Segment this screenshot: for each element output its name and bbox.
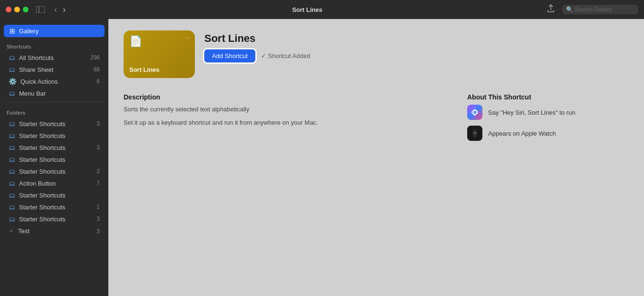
folder-icon: 🗂 xyxy=(9,144,15,151)
sidebar-item-starter-3[interactable]: 🗂 Starter Shortcuts 3 xyxy=(3,142,106,153)
shortcut-card-menu[interactable]: ··· xyxy=(185,34,190,41)
folders-section-label: Folders xyxy=(0,105,108,118)
sidebar-divider xyxy=(5,102,104,102)
navigation-buttons: ‹ › xyxy=(52,4,67,15)
folder-icon: 🗂 xyxy=(9,168,15,175)
search-box[interactable]: 🔍 Search Gallery xyxy=(562,5,638,14)
titlebar-actions: 🔍 Search Gallery xyxy=(547,4,638,15)
sidebar-item-label: Starter Shortcuts xyxy=(19,204,95,211)
shortcut-card-icon: 📄 xyxy=(129,35,142,48)
sidebar-item-starter-2[interactable]: 🗂 Starter Shortcuts xyxy=(3,130,106,141)
sidebar-item-label: Starter Shortcuts xyxy=(19,216,95,223)
about-column: About This Shortcut xyxy=(467,93,629,147)
sidebar-item-label: Starter Shortcuts xyxy=(19,168,95,175)
app-body: ⊞ Gallery Shortcuts 🗂 All Shortcuts 296 … xyxy=(0,19,644,296)
sidebar-item-starter-6[interactable]: 🗂 Starter Shortcuts xyxy=(3,189,106,201)
svg-rect-0 xyxy=(36,6,45,13)
svg-rect-7 xyxy=(473,136,476,137)
minimize-button[interactable] xyxy=(14,7,20,12)
close-button[interactable] xyxy=(6,7,11,12)
sidebar-item-starter-8[interactable]: 🗂 Starter Shortcuts 3 xyxy=(3,213,106,225)
sidebar-item-all-shortcuts[interactable]: 🗂 All Shortcuts 296 xyxy=(3,52,106,63)
sidebar-item-starter-1[interactable]: 🗂 Starter Shortcuts 3 xyxy=(3,118,106,129)
sidebar-item-count: 88 xyxy=(94,66,100,73)
shortcut-title: Sort Lines xyxy=(204,32,310,45)
search-icon: 🔍 xyxy=(566,6,573,13)
sidebar-item-label: All Shortcuts xyxy=(19,54,88,61)
sidebar-item-label: Starter Shortcuts xyxy=(19,132,100,139)
folder-icon: 🗂 xyxy=(9,156,15,163)
about-item-watch: Appears on Apple Watch xyxy=(467,126,629,141)
shortcut-header: 📄 ··· Sort Lines Sort Lines Add Shortcut… xyxy=(124,30,629,78)
sidebar: ⊞ Gallery Shortcuts 🗂 All Shortcuts 296 … xyxy=(0,19,108,296)
folder-icon: 🗂 xyxy=(9,215,15,223)
sidebar-item-starter-5[interactable]: 🗂 Starter Shortcuts 2 xyxy=(3,166,106,177)
sidebar-item-label: Action Button xyxy=(19,180,95,187)
folder-icon: 🗂 xyxy=(9,203,15,211)
sidebar-item-starter-4[interactable]: 🗂 Starter Shortcuts xyxy=(3,154,106,165)
sidebar-item-label: Test xyxy=(18,227,95,235)
sidebar-item-label: Menu Bar xyxy=(19,90,100,97)
share-button[interactable] xyxy=(547,4,555,15)
sidebar-item-count: 3 xyxy=(96,120,100,127)
sidebar-item-count: 296 xyxy=(90,54,100,61)
watch-icon xyxy=(467,126,482,141)
add-shortcut-button[interactable]: Add Shortcut xyxy=(204,49,255,62)
details-section: Description Sorts the currently selected… xyxy=(124,93,629,147)
svg-rect-6 xyxy=(473,129,476,131)
sidebar-item-label: Starter Shortcuts xyxy=(19,144,95,151)
sidebar-item-count: 3 xyxy=(96,216,100,222)
window-title: Sort Lines xyxy=(71,6,543,13)
sidebar-item-count: 7 xyxy=(96,180,100,187)
gear-icon: ⚙️ xyxy=(9,78,17,85)
about-watch-text: Appears on Apple Watch xyxy=(488,130,556,137)
shortcuts-section-label: Shortcuts xyxy=(0,39,108,51)
shortcut-info: Sort Lines Add Shortcut ✓ Shortcut Added xyxy=(204,30,310,62)
sidebar-item-count: 3 xyxy=(96,228,100,235)
sidebar-item-menu-bar[interactable]: 🗂 Menu Bar xyxy=(3,88,106,99)
folder-icon: 🗂 xyxy=(9,54,15,61)
sidebar-item-share-sheet[interactable]: 🗂 Share Sheet 88 xyxy=(3,64,106,75)
add-shortcut-row: Add Shortcut ✓ Shortcut Added xyxy=(204,49,310,62)
sidebar-item-label: Share Sheet xyxy=(19,66,92,73)
gallery-button[interactable]: ⊞ Gallery xyxy=(4,25,105,37)
description-text-1: Sorts the currently selected text alphab… xyxy=(124,105,444,114)
sidebar-item-label: Starter Shortcuts xyxy=(19,192,100,199)
about-item-siri: Say "Hey Siri, Sort Lines" to run xyxy=(467,105,629,120)
about-heading: About This Shortcut xyxy=(467,93,629,101)
search-placeholder: Search Gallery xyxy=(575,6,612,13)
shortcut-card: 📄 ··· Sort Lines xyxy=(124,30,195,78)
titlebar: ‹ › Sort Lines 🔍 Search Gallery xyxy=(0,0,644,19)
main-content: 📄 ··· Sort Lines Sort Lines Add Shortcut… xyxy=(108,19,644,296)
shortcut-card-label: Sort Lines xyxy=(129,66,160,73)
back-button[interactable]: ‹ xyxy=(52,4,59,15)
sidebar-item-test[interactable]: ＋ Test 3 xyxy=(3,225,106,237)
sidebar-item-count: 3 xyxy=(96,144,100,151)
description-heading: Description xyxy=(124,93,444,101)
sidebar-toggle-button[interactable] xyxy=(36,6,45,13)
folder-icon: 🗂 xyxy=(9,132,15,139)
sidebar-item-label: Starter Shortcuts xyxy=(19,120,95,128)
sidebar-item-count: 2 xyxy=(96,168,100,175)
description-column: Description Sorts the currently selected… xyxy=(124,93,444,147)
gallery-icon: ⊞ xyxy=(10,27,15,35)
sidebar-item-starter-7[interactable]: 🗂 Starter Shortcuts 1 xyxy=(3,201,106,213)
about-siri-text: Say "Hey Siri, Sort Lines" to run xyxy=(488,109,575,116)
sidebar-item-count: 1 xyxy=(96,204,100,210)
folder-icon: 🗂 xyxy=(9,179,15,187)
folder-icon: 🗂 xyxy=(9,191,15,199)
folder-icon: 🗂 xyxy=(9,89,15,97)
folder-icon: 🗂 xyxy=(9,120,15,128)
forward-button[interactable]: › xyxy=(61,4,67,15)
plus-icon: ＋ xyxy=(9,227,14,235)
shortcut-added-text: ✓ Shortcut Added xyxy=(261,52,310,59)
description-text-2: Set it up as a keyboard shortcut and run… xyxy=(124,118,444,128)
traffic-lights xyxy=(6,7,29,12)
siri-icon xyxy=(467,105,482,120)
sidebar-item-quick-actions[interactable]: ⚙️ Quick Actions 6 xyxy=(3,76,106,87)
svg-rect-2 xyxy=(470,108,480,117)
sidebar-item-action-button[interactable]: 🗂 Action Button 7 xyxy=(3,178,106,189)
sidebar-item-count: 6 xyxy=(96,78,100,85)
gallery-label: Gallery xyxy=(19,28,38,35)
maximize-button[interactable] xyxy=(23,7,29,12)
